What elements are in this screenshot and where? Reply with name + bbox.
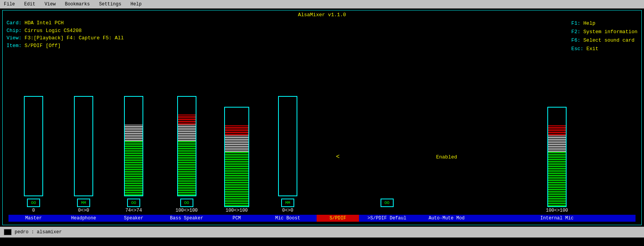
vol-green-bass (178, 141, 196, 195)
vol-green-intmic (548, 152, 566, 206)
level-spdif-default (359, 208, 415, 213)
label-auto-mute[interactable]: Auto-Mute Mod (415, 215, 478, 222)
label-container-speaker: Speaker (109, 214, 159, 222)
label-spdif-default[interactable]: >S/PDIF Defaul (359, 215, 415, 222)
spdif-arrow-left: < (336, 153, 340, 160)
channel-internal-mic (478, 107, 636, 207)
shortcut-esc: Esc: Exit (571, 45, 637, 53)
mixer-area: OO MM OO OO (3, 54, 641, 207)
label-container-micboost: Mic Boost (259, 214, 317, 222)
status-text: pedro : alsamixer (15, 229, 62, 235)
app-title: AlsaMixer v1.1.0 (3, 10, 641, 19)
info-right: F1: Help F2: System information F6: Sele… (571, 19, 637, 53)
value-speaker: OO (127, 199, 140, 207)
vol-white-pcm (225, 135, 248, 152)
chip-label: Chip: (7, 28, 22, 34)
info-area: Card: HDA Intel PCH Chip: Cirrus Logic C… (3, 19, 641, 54)
level-pcm: 100<>100 (215, 208, 259, 213)
channel-pcm (215, 107, 259, 207)
label-container-master: Master (8, 214, 59, 222)
fader-master[interactable] (24, 96, 43, 196)
f2-val: System information (584, 29, 637, 35)
label-container-intmic: Internal Mic (478, 214, 636, 222)
vol-white-intmic (548, 135, 566, 152)
label-container-headphone: Headphone (59, 214, 109, 222)
label-master[interactable]: Master (8, 215, 59, 222)
value-headphone: MM (77, 199, 90, 207)
vol-white-speaker (125, 125, 143, 142)
menu-settings[interactable]: Settings (97, 2, 124, 7)
label-pcm[interactable]: PCM (215, 215, 259, 222)
vol-red-bass (178, 115, 196, 125)
label-headphone[interactable]: Headphone (59, 215, 109, 222)
terminal-icon (4, 229, 12, 235)
enabled-text: Enabled (436, 154, 457, 160)
spdif-arrows-container: < (336, 107, 340, 207)
f2-key: F2: (571, 29, 580, 35)
value-mic-boost: MM (281, 199, 294, 207)
level-bass: 100<>100 (159, 208, 215, 213)
label-container-pcm: PCM (215, 214, 259, 222)
fader-bass-speaker[interactable] (177, 96, 196, 196)
value-spdif-default: OO (381, 199, 394, 207)
value-master: OO (27, 199, 40, 207)
main-window: AlsaMixer v1.1.0 Card: HDA Intel PCH Chi… (2, 10, 642, 225)
f1-key: F1: (571, 20, 580, 26)
view-info: View: F3:[Playback] F4: Capture F5: All (7, 34, 124, 42)
view-label: View: (7, 35, 22, 41)
vol-red-intmic (548, 125, 566, 135)
channel-bass-speaker: OO (159, 96, 215, 207)
shortcut-f6: F6: Select sound card (571, 36, 637, 45)
f6-key: F6: (571, 37, 580, 43)
channel-headphone: MM (59, 96, 109, 207)
label-container-auto-mute: Auto-Mute Mod (415, 214, 478, 222)
menu-view[interactable]: View (42, 2, 58, 7)
vol-red-pcm (225, 125, 248, 135)
level-headphone: 0<>0 (59, 208, 109, 213)
levels-row: 0 0<>0 74<>74 100<>100 100<>100 0<>0 100… (3, 207, 641, 213)
menu-file[interactable]: File (2, 2, 17, 7)
level-micboost: 0<>0 (259, 208, 317, 213)
channel-mic-boost: MM (259, 96, 317, 207)
esc-val2: Exit (586, 46, 598, 52)
f6-val2: Select sound card (584, 37, 635, 43)
card-info: Card: HDA Intel PCH (7, 19, 124, 27)
menu-edit[interactable]: Edit (22, 2, 38, 7)
label-bass[interactable]: Bass Speaker (159, 215, 215, 222)
level-spdif (317, 208, 359, 213)
level-auto-mute (415, 208, 478, 213)
label-container-spdif-default: >S/PDIF Defaul (359, 214, 415, 222)
label-speaker[interactable]: Speaker (109, 215, 159, 222)
fader-headphone[interactable] (74, 96, 93, 196)
chip-info: Chip: Cirrus Logic CS4208 (7, 27, 124, 35)
label-intmic[interactable]: Internal Mic (478, 215, 636, 222)
vol-green-speaker (125, 141, 143, 195)
view-value: F3:[Playback] F4: Capture F5: All (25, 35, 124, 41)
item-value: S/PDIF [Off] (25, 43, 61, 49)
label-micboost[interactable]: Mic Boost (259, 215, 317, 222)
channel-speaker: OO (109, 96, 159, 207)
channel-spdif: < (317, 107, 359, 207)
level-master: 0 (8, 208, 59, 213)
level-speaker: 74<>74 (109, 208, 159, 213)
fader-speaker[interactable] (124, 96, 143, 196)
menu-bookmarks[interactable]: Bookmarks (62, 2, 92, 7)
fader-mic-boost[interactable] (278, 96, 297, 196)
esc-key: Esc: (571, 46, 583, 52)
label-container-bass: Bass Speaker (159, 214, 215, 222)
menubar: File Edit View Bookmarks Settings Help (0, 0, 644, 8)
channel-auto-mute: Enabled (415, 107, 478, 207)
shortcut-f1: F1: Help (571, 19, 637, 28)
menu-help[interactable]: Help (128, 2, 144, 7)
item-info: Item: S/PDIF [Off] (7, 42, 124, 50)
fader-internal-mic[interactable] (547, 107, 567, 207)
channel-spdif-default: OO (359, 107, 415, 207)
card-value: HDA Intel PCH (25, 20, 64, 26)
channel-master: OO (8, 96, 59, 207)
fader-pcm[interactable] (224, 107, 249, 207)
level-intmic: 100<>100 (478, 208, 636, 213)
label-spdif[interactable]: S/PDIF (317, 215, 359, 222)
item-label: Item: (7, 43, 22, 49)
info-left: Card: HDA Intel PCH Chip: Cirrus Logic C… (7, 19, 124, 53)
vol-green-pcm (225, 152, 248, 206)
